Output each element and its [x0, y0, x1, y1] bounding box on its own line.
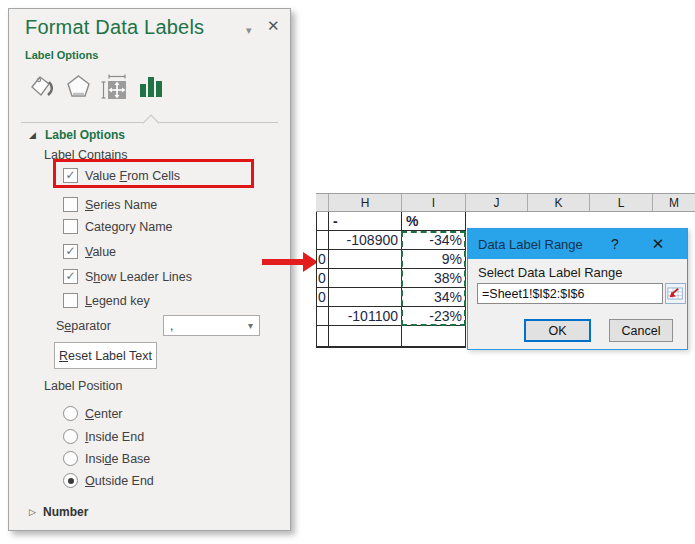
radio-outside-end[interactable]: Outside End	[63, 473, 154, 488]
cell[interactable]: 0	[317, 250, 329, 269]
radio-circle[interactable]	[63, 406, 78, 421]
selected-tab-notch	[143, 115, 160, 132]
checkbox-label: Series Name	[85, 198, 157, 212]
red-arrow-shaft	[262, 259, 305, 265]
radio-label: Outside End	[85, 474, 154, 488]
checkbox-box[interactable]: ✓	[63, 197, 78, 212]
column-header-K[interactable]: K	[528, 194, 590, 211]
radio-circle[interactable]	[63, 473, 78, 488]
cell[interactable]: -	[329, 212, 402, 231]
checkbox-label: Show Leader Lines	[85, 270, 192, 284]
checkbox-box[interactable]: ✓	[63, 244, 78, 259]
cell[interactable]	[402, 326, 466, 348]
screenshot-canvas: Format Data Labels ▾ ✕ Label Options	[0, 0, 695, 544]
checkbox-value[interactable]: ✓ Value	[63, 244, 116, 259]
radio-label: Center	[85, 407, 123, 421]
separator-value: ,	[170, 319, 173, 333]
sheet-row-3: 0 9%	[317, 250, 466, 269]
data-label-range-dialog: Data Label Range ? ✕ Select Data Label R…	[467, 228, 688, 350]
checkbox-box[interactable]: ✓	[63, 219, 78, 234]
checkbox-box[interactable]: ✓	[63, 269, 78, 284]
close-icon[interactable]: ✕	[267, 17, 280, 35]
section-label-options[interactable]: Label Options	[45, 128, 125, 142]
checkbox-label: Legend key	[85, 294, 150, 308]
ok-button[interactable]: OK	[524, 319, 591, 342]
cell[interactable]: 0	[317, 288, 329, 307]
cell[interactable]	[317, 326, 329, 348]
checkbox-show-leader-lines[interactable]: ✓ Show Leader Lines	[63, 269, 192, 284]
sheet-row-7	[317, 326, 466, 348]
radio-inside-end[interactable]: Inside End	[63, 429, 144, 444]
check-icon: ✓	[65, 245, 75, 257]
separator-dropdown[interactable]: , ▾	[163, 315, 260, 336]
radio-inside-base[interactable]: Inside Base	[63, 451, 150, 466]
column-header-H[interactable]: H	[329, 194, 402, 211]
checkbox-legend-key[interactable]: ✓ Legend key	[63, 293, 150, 308]
radio-dot	[68, 456, 74, 462]
radio-dot	[68, 434, 74, 440]
cell[interactable]	[317, 212, 329, 231]
chevron-down-icon[interactable]: ▾	[246, 24, 252, 37]
cancel-button[interactable]: Cancel	[609, 319, 673, 342]
cell[interactable]: 0	[317, 269, 329, 288]
sheet-row-5: 0 34%	[317, 288, 466, 307]
cell[interactable]	[317, 231, 329, 250]
cell[interactable]	[329, 250, 402, 269]
cell[interactable]: 9%	[402, 250, 466, 269]
cell[interactable]: -34%	[402, 231, 466, 250]
fill-bucket-icon[interactable]	[27, 71, 55, 101]
collapse-range-picker-button[interactable]	[665, 283, 686, 304]
cell[interactable]: 38%	[402, 269, 466, 288]
column-header-M[interactable]: M	[653, 194, 695, 211]
chart-bars-icon[interactable]	[137, 71, 165, 101]
cell[interactable]: -108900	[329, 231, 402, 250]
radio-dot	[68, 411, 74, 417]
cell[interactable]	[317, 307, 329, 326]
radio-circle[interactable]	[63, 429, 78, 444]
radio-center[interactable]: Center	[63, 406, 123, 421]
radio-dot	[68, 478, 74, 484]
cell[interactable]	[329, 326, 402, 348]
tab-label-options[interactable]: Label Options	[25, 49, 98, 61]
chevron-down-icon: ▾	[248, 320, 253, 331]
red-highlight-box	[53, 159, 254, 188]
select-range-label: Select Data Label Range	[478, 265, 623, 280]
dialog-titlebar[interactable]: Data Label Range ? ✕	[468, 229, 687, 259]
checkbox-category-name[interactable]: ✓ Category Name	[63, 219, 173, 234]
cell[interactable]: 34%	[402, 288, 466, 307]
format-data-labels-pane: Format Data Labels ▾ ✕ Label Options	[8, 8, 291, 531]
size-properties-icon[interactable]	[99, 71, 127, 101]
column-header-J[interactable]: J	[466, 194, 528, 211]
cell-grid: - % -108900 -34% 0 9% 0 38% 0 34%	[316, 212, 466, 348]
section-collapsed-icon[interactable]: ▷	[29, 507, 36, 517]
radio-label: Inside End	[85, 430, 144, 444]
column-header[interactable]	[316, 194, 329, 211]
label-position-heading: Label Position	[44, 379, 123, 393]
checkbox-label: Value	[85, 245, 116, 259]
column-header-I[interactable]: I	[402, 194, 466, 211]
section-number[interactable]: Number	[43, 505, 88, 519]
dialog-title: Data Label Range	[478, 229, 583, 259]
section-expanded-icon[interactable]: ◢	[29, 130, 36, 140]
cell[interactable]	[329, 288, 402, 307]
sheet-row-2: -108900 -34%	[317, 231, 466, 250]
effects-pentagon-icon[interactable]	[64, 71, 92, 101]
checkbox-series-name[interactable]: ✓ Series Name	[63, 197, 157, 212]
checkbox-box[interactable]: ✓	[63, 293, 78, 308]
radio-label: Inside Base	[85, 452, 150, 466]
range-input[interactable]	[477, 283, 663, 304]
radio-circle[interactable]	[63, 451, 78, 466]
cell[interactable]: -23%	[402, 307, 466, 326]
column-header-L[interactable]: L	[590, 194, 653, 211]
check-icon: ✓	[65, 270, 75, 282]
separator-label: Separator	[56, 319, 111, 333]
pane-title: Format Data Labels	[25, 16, 204, 39]
range-picker-icon	[667, 286, 684, 301]
reset-label-text-button[interactable]: Reset Label Text	[54, 342, 157, 369]
cell[interactable]: %	[402, 212, 466, 231]
cell[interactable]	[329, 269, 402, 288]
help-icon[interactable]: ?	[606, 229, 624, 259]
sheet-row-6: -101100 -23%	[317, 307, 466, 326]
close-icon[interactable]: ✕	[646, 229, 670, 259]
cell[interactable]: -101100	[329, 307, 402, 326]
